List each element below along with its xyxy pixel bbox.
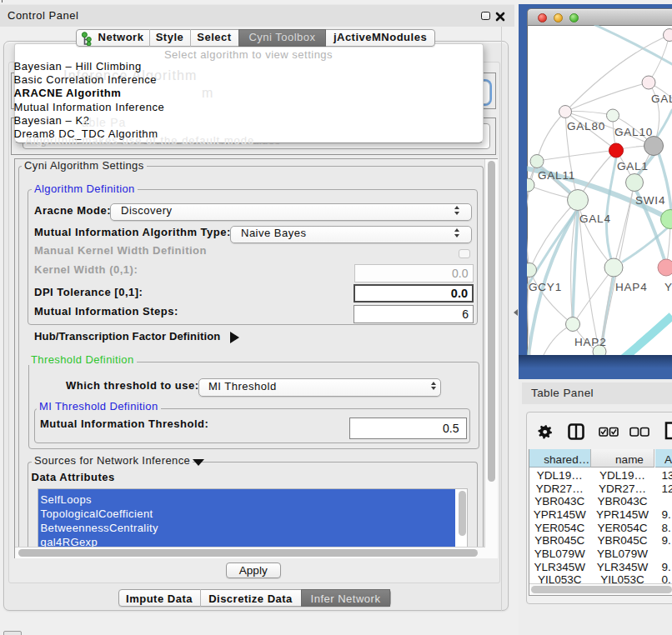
svg-text:GCY1: GCY1 [529, 281, 562, 293]
svg-text:GAL10: GAL10 [614, 126, 653, 138]
svg-text:GAL80: GAL80 [567, 120, 605, 132]
svg-text:HAP2: HAP2 [574, 336, 606, 348]
svg-text:GAL11: GAL11 [538, 169, 575, 182]
svg-text:GAL7: GAL7 [651, 92, 672, 105]
svg-text:GAL1: GAL1 [617, 160, 649, 172]
svg-text:SWI4: SWI4 [635, 194, 665, 207]
svg-text:YD: YD [664, 281, 672, 293]
svg-text:HAP4: HAP4 [615, 281, 647, 293]
svg-text:GAL4: GAL4 [579, 212, 611, 225]
